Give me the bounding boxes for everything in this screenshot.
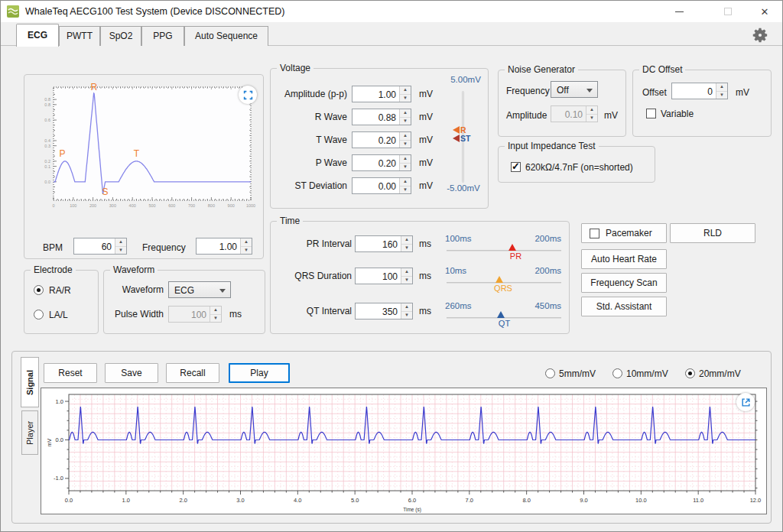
recall-button[interactable]: Recall xyxy=(166,363,219,383)
dc-offset-input[interactable]: 0 ▲▼ xyxy=(671,83,728,99)
time-slider-track[interactable]: QT xyxy=(447,317,561,319)
voltage-row-input[interactable]: 0.20 ▲▼ xyxy=(352,154,411,171)
chevron-down-icon xyxy=(586,89,593,92)
voltage-slider-min-label: -5.00mV xyxy=(440,183,486,193)
slider-max-label: 200ms xyxy=(505,234,561,243)
frequency-spinner[interactable]: ▲▼ xyxy=(240,238,252,254)
scale-20mm-radio[interactable] xyxy=(685,368,695,378)
time-slider-marker[interactable]: QRS xyxy=(495,276,503,283)
time-slider-track[interactable]: PR xyxy=(447,250,561,251)
voltage-group-title: Voltage xyxy=(277,63,314,73)
electrode-la-radio[interactable] xyxy=(34,310,44,320)
electrode-ra-label: RA/R xyxy=(49,285,71,296)
noise-amplitude-value: 0.10 xyxy=(551,106,586,122)
spinner[interactable]: ▲▼ xyxy=(399,86,411,102)
dc-offset-spinner[interactable]: ▲▼ xyxy=(716,83,727,99)
std-assistant-button[interactable]: Std. Assistant xyxy=(581,297,667,316)
tab-ppg[interactable]: PPG xyxy=(141,26,184,46)
electrode-ra-radio[interactable] xyxy=(34,285,44,295)
auto-heart-rate-button[interactable]: Auto Heart Rate xyxy=(581,249,667,269)
voltage-row-input[interactable]: 0.20 ▲▼ xyxy=(352,131,411,148)
waveform-select[interactable]: ECG xyxy=(168,281,231,298)
bpm-spinner[interactable]: ▲▼ xyxy=(115,238,126,254)
maximize-button[interactable] xyxy=(715,1,741,22)
tab-ecg[interactable]: ECG xyxy=(16,24,59,47)
time-slider-track[interactable]: QRS xyxy=(447,282,561,284)
signal-chart-popout-button[interactable] xyxy=(736,393,755,411)
spinner[interactable]: ▲▼ xyxy=(401,303,412,319)
svg-text:0.1: 0.1 xyxy=(44,164,50,169)
svg-text:-1.0: -1.0 xyxy=(54,475,63,482)
voltage-row-input[interactable]: 0.88 ▲▼ xyxy=(352,109,411,125)
svg-text:800: 800 xyxy=(208,203,215,208)
time-row-input[interactable]: 160 ▲▼ xyxy=(355,235,413,252)
pacemaker-checkbox[interactable] xyxy=(590,229,599,238)
frequency-value[interactable]: 1.00 xyxy=(197,238,240,254)
voltage-row-label: ST Deviation xyxy=(272,180,347,191)
time-row-input[interactable]: 350 ▲▼ xyxy=(355,303,413,320)
svg-text:2.0: 2.0 xyxy=(179,497,187,504)
noise-frequency-label: Frequency xyxy=(506,86,550,96)
pacemaker-button[interactable]: Pacemaker xyxy=(581,223,667,243)
spinner[interactable]: ▲▼ xyxy=(399,109,411,125)
tab-spo2[interactable]: SpO2 xyxy=(100,26,141,46)
tab-signal[interactable]: Signal xyxy=(21,357,39,407)
svg-text:11.0: 11.0 xyxy=(693,497,703,504)
noise-generator-group: Noise Generator Frequency Off Amplitude … xyxy=(498,70,626,137)
dc-offset-value[interactable]: 0 xyxy=(672,83,716,99)
tab-pwtt[interactable]: PWTT xyxy=(59,26,100,46)
impedance-checkbox[interactable] xyxy=(511,162,521,172)
slider-max-label: 450ms xyxy=(505,301,561,310)
pacemaker-label: Pacemaker xyxy=(606,228,652,238)
time-row-input[interactable]: 100 ▲▼ xyxy=(355,268,413,284)
spinner[interactable]: ▲▼ xyxy=(399,132,411,148)
spinner[interactable]: ▲▼ xyxy=(399,178,411,193)
spinner[interactable]: ▲▼ xyxy=(401,268,412,284)
time-slider-marker[interactable]: PR xyxy=(508,244,516,251)
time-row-unit: ms xyxy=(419,271,431,281)
minimize-button[interactable] xyxy=(666,1,692,22)
bpm-value[interactable]: 60 xyxy=(74,238,115,254)
variable-checkbox[interactable] xyxy=(646,109,656,118)
voltage-row-label: T Wave xyxy=(272,135,347,145)
waveform-group-title: Waveform xyxy=(110,264,158,275)
play-button[interactable]: Play xyxy=(229,363,290,383)
time-slider-marker[interactable]: QT xyxy=(497,311,505,318)
close-button[interactable]: ✕ xyxy=(752,1,778,22)
noise-frequency-select[interactable]: Off xyxy=(551,81,598,98)
slider-max-label: 200ms xyxy=(505,266,561,275)
close-icon: ✕ xyxy=(761,6,769,18)
svg-text:3.0: 3.0 xyxy=(236,497,244,504)
svg-text:0: 0 xyxy=(52,203,54,208)
voltage-row-input[interactable]: 1.00 ▲▼ xyxy=(352,86,411,102)
svg-text:12.0: 12.0 xyxy=(750,497,762,504)
svg-text:S: S xyxy=(102,187,109,197)
settings-gear-icon[interactable] xyxy=(752,27,768,44)
scale-10mm-radio[interactable] xyxy=(612,368,622,378)
tab-player[interactable]: Player xyxy=(21,410,38,455)
save-button[interactable]: Save xyxy=(105,363,158,383)
reset-button[interactable]: Reset xyxy=(44,363,97,383)
rld-button[interactable]: RLD xyxy=(670,223,755,243)
frequency-scan-button[interactable]: Frequency Scan xyxy=(581,273,667,293)
window-title: WhaleTeq AECG100 Test System (Device DIS… xyxy=(25,6,284,17)
svg-text:0.0: 0.0 xyxy=(44,180,50,184)
pulse-width-label: Pulse Width xyxy=(110,309,164,320)
title-bar: WhaleTeq AECG100 Test System (Device DIS… xyxy=(1,1,783,22)
signal-chart-container: 0.01.02.03.04.05.06.07.08.09.010.011.012… xyxy=(41,388,767,514)
voltage-row-unit: mV xyxy=(419,157,433,168)
voltage-row-input[interactable]: 0.00 ▲▼ xyxy=(352,177,411,194)
preview-expand-button[interactable] xyxy=(239,86,257,104)
svg-text:1000: 1000 xyxy=(246,203,255,208)
tab-auto-sequence[interactable]: Auto Sequence xyxy=(184,26,268,46)
frequency-label: Frequency xyxy=(142,242,186,253)
svg-text:600: 600 xyxy=(168,203,175,208)
bpm-input[interactable]: 60 ▲▼ xyxy=(73,238,127,255)
electrode-group: Electrode RA/R LA/L xyxy=(24,270,99,334)
frequency-input[interactable]: 1.00 ▲▼ xyxy=(196,238,252,255)
spinner[interactable]: ▲▼ xyxy=(401,236,412,251)
signal-chart: 0.01.02.03.04.05.06.07.08.09.010.011.012… xyxy=(41,388,766,514)
voltage-slider-marker-st[interactable]: ST xyxy=(453,132,470,141)
spinner[interactable]: ▲▼ xyxy=(399,155,411,170)
scale-5mm-radio[interactable] xyxy=(545,368,555,378)
